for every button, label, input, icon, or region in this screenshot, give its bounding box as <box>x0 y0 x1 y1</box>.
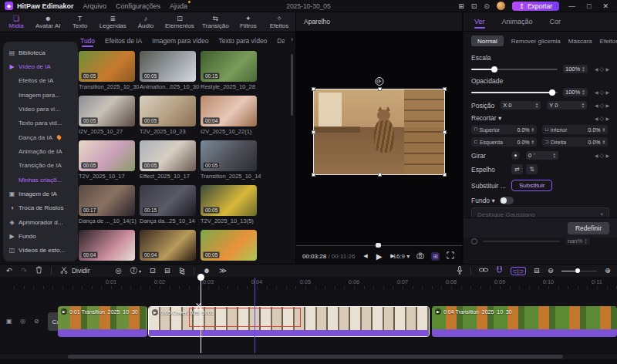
recortar-label[interactable]: Recortar ▾ <box>471 114 501 122</box>
download-icon[interactable]: ⊙ <box>484 2 490 10</box>
keyframe-diamond-icon[interactable]: ◇ <box>600 66 605 72</box>
media-tab-imagem-para-video[interactable]: Imagem para vídeo <box>152 35 208 47</box>
crop-tool-icon[interactable]: ⊡ <box>150 267 156 275</box>
stepper-icon[interactable]: ▲▼ <box>582 89 585 95</box>
sidebar-item-imagem-para[interactable]: Imagem para... <box>3 88 78 102</box>
timeline-clip-3[interactable]: ▶0:04 Transition_2025_10_30 <box>432 306 617 337</box>
selection-handle-s[interactable] <box>378 173 382 177</box>
inspector-tab-animacao[interactable]: Animação <box>502 14 533 29</box>
keyframe-diamond-icon[interactable]: ◇ <box>600 152 605 159</box>
crop-superior-field[interactable]: ⊓Superior0.0%▲▼ <box>471 125 537 134</box>
sidebar-item-troca-de-rostos[interactable]: ◑Troca de Rostos <box>3 201 78 215</box>
media-tab-efeitos-ia[interactable]: Efeitos de IA <box>105 35 142 47</box>
stepper-icon[interactable]: ▲▼ <box>584 238 587 244</box>
flip-horizontal-icon[interactable]: ⇄ <box>511 164 523 174</box>
subtab-normal[interactable]: Normal <box>471 35 504 46</box>
media-item[interactable]: 00:05T2V_2025_10_23 <box>140 96 196 136</box>
media-thumbnail[interactable]: 00:05 <box>201 140 257 171</box>
media-scrollbar[interactable] <box>291 54 293 116</box>
flip-vertical-icon[interactable]: ⇅ <box>526 164 538 174</box>
sidebar-item-efeitos-de-ia[interactable]: Efeitos de IA <box>3 74 78 88</box>
blur-slider[interactable] <box>483 238 560 245</box>
media-item[interactable]: 00:04 <box>79 230 135 264</box>
undo-icon[interactable]: ↶ <box>6 267 12 275</box>
timeline-blue-marker[interactable] <box>255 278 255 353</box>
escala-value[interactable]: 100%▲▼ <box>563 65 588 73</box>
subtab-efeitos[interactable]: Efeitos › <box>600 38 617 45</box>
track-record-icon[interactable]: ◎ <box>20 318 25 325</box>
fundo-label[interactable]: Fundo ▾ <box>471 197 495 204</box>
sidebar-item-aprimorador[interactable]: ◈Aprimorador d... <box>3 215 78 229</box>
keyframe-diamond-icon[interactable]: ◇ <box>600 115 605 122</box>
microphone-icon[interactable] <box>457 266 463 276</box>
chevron-right-icon[interactable]: › <box>291 35 293 43</box>
sidebar-item-danca-da-ia[interactable]: Dança da IA <box>3 130 78 144</box>
opacidade-value[interactable]: 100%▲▼ <box>563 88 588 96</box>
escala-slider[interactable] <box>471 66 558 73</box>
media-tab-danca-da-ia[interactable]: Dança da IA <box>277 35 285 47</box>
sidebar-item-animacao-de-ia[interactable]: Animação de IA <box>3 144 78 158</box>
media-thumbnail[interactable]: 00:05 <box>140 96 196 126</box>
media-thumbnail[interactable]: 00:05 <box>201 230 257 261</box>
opacidade-keyframe-controls[interactable]: ◀◇▶ <box>595 89 609 96</box>
media-item[interactable]: 00:15Restyle_2025_10_28 <box>201 51 257 91</box>
crop-inferior-field[interactable]: ⊔Inferior0.0%▲▼ <box>542 125 608 134</box>
speed-tool-icon[interactable]: ≫ <box>219 267 227 275</box>
sticker-icon[interactable]: ◎ <box>116 267 122 275</box>
subtab-mascara[interactable]: Máscara <box>568 38 592 45</box>
sidebar-item-minhas-criacoes[interactable]: Minhas criaçõ... <box>3 173 78 187</box>
menu-arquivo[interactable]: Arquivo <box>83 2 107 10</box>
media-item[interactable]: 00:05Effect_2025_10_17 <box>140 140 196 180</box>
girar-dial[interactable] <box>511 151 520 160</box>
zoom-slider-knob[interactable] <box>575 268 580 273</box>
media-thumbnail[interactable]: 00:15 <box>140 185 196 216</box>
escala-slider-knob[interactable] <box>491 66 497 72</box>
timeline-clip-2-selected[interactable]: ▶0:05 Cover2025_5701 <box>148 306 430 337</box>
link-clips-icon[interactable] <box>479 267 488 275</box>
media-item[interactable]: 00:05Transition_2025_10_14 <box>201 140 257 180</box>
zoom-out-icon[interactable]: ⊖ <box>548 267 554 275</box>
magnet-snap-icon[interactable] <box>496 266 503 275</box>
tab-audio[interactable]: ♪Áudio <box>134 15 157 29</box>
media-item[interactable]: 00:17Dança de ..._10_14(1) <box>79 185 135 225</box>
minimize-button[interactable]: — <box>566 2 578 10</box>
aspect-ratio-select[interactable]: 16:9 ▾ <box>393 253 410 260</box>
media-thumbnail[interactable]: 00:05 <box>140 51 196 82</box>
media-thumbnail[interactable]: 00:05 <box>201 185 257 216</box>
track-cover-icon[interactable]: ▣ <box>6 318 12 325</box>
media-item[interactable]: 00:05Animation...025_10_30 <box>140 51 196 91</box>
grid-overlay-icon[interactable]: ⊞ <box>431 252 440 261</box>
media-item[interactable]: 00:15Dança da...25_10_14 <box>140 185 196 225</box>
stepper-icon[interactable]: ▲▼ <box>535 103 538 108</box>
media-thumbnail[interactable]: 00:05 <box>79 140 135 171</box>
media-thumbnail[interactable]: 00:05 <box>140 140 196 171</box>
layout-icon[interactable]: ⊞ <box>458 2 464 10</box>
keyframe-diamond-icon[interactable]: ◇ <box>600 89 605 96</box>
stepper-icon[interactable]: ▲▼ <box>531 140 534 145</box>
inspector-tab-ver[interactable]: Ver <box>474 14 485 29</box>
media-item[interactable]: 00:05T2V_2025_10_17 <box>79 140 135 180</box>
escala-keyframe-controls[interactable]: ◀◇▶ <box>595 66 609 72</box>
media-item[interactable]: 00:05I2V_2025_10_27 <box>79 96 135 136</box>
track-lock-icon[interactable]: ⊘ <box>34 318 39 325</box>
media-item[interactable]: 00:04I2V_2025_10_22(1) <box>201 96 257 136</box>
sidebar-item-videos-de-estoque[interactable]: ◫Vídeos de esto... <box>3 244 78 258</box>
stepper-icon[interactable]: ▲▼ <box>582 66 585 72</box>
tab-midia[interactable]: ❏Mídia <box>5 15 28 29</box>
sidebar-item-video-para[interactable]: Vídeo para vi... <box>3 102 78 116</box>
inspector-tab-cor[interactable]: Cor <box>550 14 561 29</box>
media-thumbnail[interactable]: 00:04 <box>201 96 257 126</box>
seekbar-knob[interactable] <box>376 243 381 248</box>
fullscreen-icon[interactable] <box>445 251 456 261</box>
playhead[interactable] <box>201 275 201 353</box>
previous-frame-icon[interactable]: ◀ <box>363 253 367 259</box>
opacidade-slider[interactable] <box>471 89 558 96</box>
media-thumbnail[interactable]: 00:04 <box>79 230 135 261</box>
posicao-y-field[interactable]: Y0▲▼ <box>547 101 587 110</box>
play-icon[interactable]: ▶ <box>376 252 383 261</box>
media-item[interactable]: 00:05T2V_2025_10_13(5) <box>201 185 257 225</box>
media-item[interactable]: 00:04 <box>140 230 196 264</box>
dividir-label[interactable]: Dividir <box>72 267 90 275</box>
playhead-knob[interactable] <box>197 274 204 281</box>
media-thumbnail[interactable]: 00:15 <box>201 51 257 82</box>
